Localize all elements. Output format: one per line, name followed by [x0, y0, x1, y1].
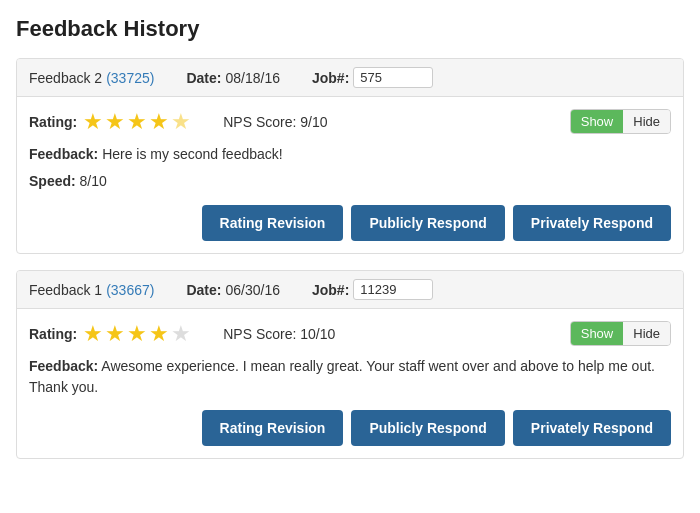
star-full-2: ★ [105, 323, 125, 345]
rating-revision-button-2[interactable]: Rating Revision [202, 410, 344, 446]
star-empty-5: ★ [171, 323, 191, 345]
action-buttons-2: Rating Revision Publicly Respond Private… [29, 406, 671, 446]
feedback-job-item-2: Job#: [312, 279, 433, 300]
feedback-id-label-2: Feedback 1 [29, 282, 102, 298]
star-full-4: ★ [149, 323, 169, 345]
stars-2: ★★★★★ [83, 323, 191, 345]
date-value-1: 08/18/16 [225, 70, 280, 86]
privately-respond-button-1[interactable]: Privately Respond [513, 205, 671, 241]
speed-text-1: Speed: 8/10 [29, 173, 671, 189]
show-hide-group-2: Show Hide [570, 321, 671, 346]
show-button-1[interactable]: Show [571, 110, 624, 133]
feedback-id-item-1: Feedback 2 (33725) [29, 70, 154, 86]
rating-revision-button-1[interactable]: Rating Revision [202, 205, 344, 241]
star-empty-5: ★ [171, 111, 191, 133]
feedback-date-item-2: Date: 06/30/16 [186, 282, 280, 298]
nps-score-2: NPS Score: 10/10 [223, 326, 335, 342]
feedback-id-item-2: Feedback 1 (33667) [29, 282, 154, 298]
rating-label-1: Rating: [29, 114, 77, 130]
feedback-header-1: Feedback 2 (33725) Date: 08/18/16 Job#: [17, 59, 683, 97]
star-full-3: ★ [127, 111, 147, 133]
star-full-1: ★ [83, 323, 103, 345]
feedback-body-2: Rating: ★★★★★ NPS Score: 10/10 Show Hide… [17, 309, 683, 458]
nps-score-1: NPS Score: 9/10 [223, 114, 327, 130]
star-full-2: ★ [105, 111, 125, 133]
hide-button-1[interactable]: Hide [623, 110, 670, 133]
page-title: Feedback History [16, 16, 684, 42]
job-label-1: Job#: [312, 70, 349, 86]
hide-button-2[interactable]: Hide [623, 322, 670, 345]
show-hide-group-1: Show Hide [570, 109, 671, 134]
star-full-4: ★ [149, 111, 169, 133]
publicly-respond-button-2[interactable]: Publicly Respond [351, 410, 504, 446]
star-full-3: ★ [127, 323, 147, 345]
privately-respond-button-2[interactable]: Privately Respond [513, 410, 671, 446]
feedback-card-1: Feedback 2 (33725) Date: 08/18/16 Job#: … [16, 58, 684, 254]
publicly-respond-button-1[interactable]: Publicly Respond [351, 205, 504, 241]
feedback-header-2: Feedback 1 (33667) Date: 06/30/16 Job#: [17, 271, 683, 309]
feedback-text-2: Feedback: Awesome experience. I mean rea… [29, 356, 671, 398]
star-full-1: ★ [83, 111, 103, 133]
feedback-text-1: Feedback: Here is my second feedback! [29, 144, 671, 165]
date-value-2: 06/30/16 [225, 282, 280, 298]
feedback-job-item-1: Job#: [312, 67, 433, 88]
feedback-card-2: Feedback 1 (33667) Date: 06/30/16 Job#: … [16, 270, 684, 459]
feedback-body-1: Rating: ★★★★★ NPS Score: 9/10 Show Hide … [17, 97, 683, 253]
job-input-2[interactable] [353, 279, 433, 300]
feedback-id-label-1: Feedback 2 [29, 70, 102, 86]
date-label-1: Date: [186, 70, 221, 86]
stars-1: ★★★★★ [83, 111, 191, 133]
action-buttons-1: Rating Revision Publicly Respond Private… [29, 201, 671, 241]
feedback-id-link-1[interactable]: (33725) [106, 70, 154, 86]
feedback-id-link-2[interactable]: (33667) [106, 282, 154, 298]
job-input-1[interactable] [353, 67, 433, 88]
rating-row-2: Rating: ★★★★★ NPS Score: 10/10 Show Hide [29, 321, 671, 346]
show-button-2[interactable]: Show [571, 322, 624, 345]
rating-label-2: Rating: [29, 326, 77, 342]
rating-row-1: Rating: ★★★★★ NPS Score: 9/10 Show Hide [29, 109, 671, 134]
date-label-2: Date: [186, 282, 221, 298]
feedback-date-item-1: Date: 08/18/16 [186, 70, 280, 86]
job-label-2: Job#: [312, 282, 349, 298]
